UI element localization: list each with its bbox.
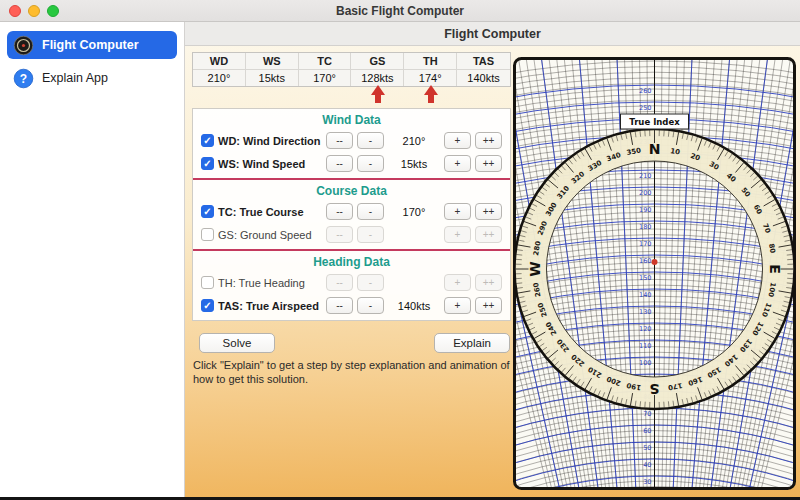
wd-increment2-button[interactable]: ++ <box>475 132 502 149</box>
section-course-data: Course Data <box>193 180 510 200</box>
th-checkbox[interactable] <box>201 276 214 289</box>
svg-text:60: 60 <box>643 427 651 435</box>
tas-increment-button[interactable]: + <box>444 297 471 314</box>
result-value-tc: 170° <box>299 70 352 86</box>
form-row-tas: ✓ TAS: True Airspeed -- - 140kts + ++ <box>193 294 510 317</box>
gs-decrement2-button[interactable]: -- <box>326 226 353 243</box>
gs-checkbox[interactable] <box>201 228 214 241</box>
gs-decrement-button[interactable]: - <box>357 226 384 243</box>
svg-text:260: 260 <box>639 87 651 95</box>
tc-decrement2-button[interactable]: -- <box>326 203 353 220</box>
form-row-th: TH: True Heading -- - + ++ <box>193 271 510 294</box>
svg-text:10: 10 <box>670 147 681 157</box>
wd-value: 210° <box>388 135 440 147</box>
svg-text:170: 170 <box>639 240 651 248</box>
wd-increment-button[interactable]: + <box>444 132 471 149</box>
tc-increment-button[interactable]: + <box>444 203 471 220</box>
svg-text:130: 130 <box>639 308 651 316</box>
wd-label: WD: Wind Direction <box>218 135 322 147</box>
svg-text:80: 80 <box>767 243 777 254</box>
wd-decrement2-button[interactable]: -- <box>326 132 353 149</box>
result-value-gs: 128kts <box>351 70 404 86</box>
tc-decrement-button[interactable]: - <box>357 203 384 220</box>
results-table: WD WS TC GS TH TAS 210° 15kts 170° 128kt… <box>192 52 511 87</box>
input-panel: Wind Data ✓ WD: Wind Direction -- - 210°… <box>192 108 511 321</box>
svg-text:E: E <box>767 264 783 274</box>
form-row-wd: ✓ WD: Wind Direction -- - 210° + ++ <box>193 129 510 152</box>
section-heading-data: Heading Data <box>193 251 510 271</box>
question-mark-icon: ? <box>13 68 34 89</box>
wd-decrement-button[interactable]: - <box>357 132 384 149</box>
window-title: Basic Flight Computer <box>336 4 464 18</box>
ws-checkbox[interactable]: ✓ <box>201 157 214 170</box>
sidebar-item-label: Explain App <box>42 71 108 85</box>
th-decrement-button[interactable]: - <box>357 274 384 291</box>
gs-increment-button[interactable]: + <box>444 226 471 243</box>
result-header-ws: WS <box>246 53 299 70</box>
zoom-button[interactable] <box>47 5 59 17</box>
svg-text:50: 50 <box>643 444 651 452</box>
solve-button[interactable]: Solve <box>199 333 275 353</box>
sidebar-item-label: Flight Computer <box>42 38 139 52</box>
result-header-wd: WD <box>193 53 246 70</box>
svg-text:70: 70 <box>643 410 651 418</box>
gs-label: GS: Ground Speed <box>218 229 322 241</box>
result-value-th: 174° <box>404 70 457 86</box>
sidebar-item-flight-computer[interactable]: Flight Computer <box>7 31 177 59</box>
explain-button[interactable]: Explain <box>434 333 510 353</box>
tc-checkbox[interactable]: ✓ <box>201 205 214 218</box>
tas-label: TAS: True Airspeed <box>218 300 322 312</box>
svg-text:180: 180 <box>639 223 651 231</box>
gs-increment2-button[interactable]: ++ <box>475 226 502 243</box>
tas-value: 140kts <box>388 300 440 312</box>
svg-text:120: 120 <box>639 325 651 333</box>
svg-text:210: 210 <box>639 172 651 180</box>
svg-text:190: 190 <box>639 206 651 214</box>
ws-decrement2-button[interactable]: -- <box>326 155 353 172</box>
explain-hint-text: Click "Explain" to get a step by step ex… <box>193 358 515 387</box>
svg-text:True Index: True Index <box>629 117 680 127</box>
minimize-button[interactable] <box>28 5 40 17</box>
form-row-gs: GS: Ground Speed -- - + ++ <box>193 223 510 246</box>
svg-text:S: S <box>649 381 659 397</box>
e6b-flight-computer-image: 2602502402302202102001901801701601501401… <box>513 57 796 490</box>
result-header-th: TH <box>404 53 457 70</box>
svg-text:N: N <box>649 141 661 157</box>
svg-text:110: 110 <box>639 342 651 350</box>
ws-label: WS: Wind Speed <box>218 158 322 170</box>
gs-result-arrow <box>371 85 385 95</box>
th-label: TH: True Heading <box>218 277 322 289</box>
th-increment2-button[interactable]: ++ <box>475 274 502 291</box>
main-panel: Flight Computer WD WS TC GS TH TAS 210° … <box>185 22 800 497</box>
section-wind-data: Wind Data <box>193 109 510 129</box>
tas-checkbox[interactable]: ✓ <box>201 299 214 312</box>
tc-value: 170° <box>388 206 440 218</box>
close-button[interactable] <box>9 5 21 17</box>
result-header-tas: TAS <box>457 53 510 70</box>
ws-increment2-button[interactable]: ++ <box>475 155 502 172</box>
th-increment-button[interactable]: + <box>444 274 471 291</box>
th-decrement2-button[interactable]: -- <box>326 274 353 291</box>
th-result-arrow <box>424 85 438 95</box>
svg-text:?: ? <box>20 72 27 86</box>
svg-text:W: W <box>527 261 543 276</box>
sidebar-item-explain-app[interactable]: ? Explain App <box>7 64 177 92</box>
svg-text:160: 160 <box>639 257 651 265</box>
ws-increment-button[interactable]: + <box>444 155 471 172</box>
title-bar: Basic Flight Computer <box>0 0 800 22</box>
ws-decrement-button[interactable]: - <box>357 155 384 172</box>
sidebar: Flight Computer ? Explain App <box>0 22 185 497</box>
ws-value: 15kts <box>388 158 440 170</box>
wd-checkbox[interactable]: ✓ <box>201 134 214 147</box>
form-row-tc: ✓ TC: True Course -- - 170° + ++ <box>193 200 510 223</box>
svg-text:140: 140 <box>639 291 651 299</box>
form-row-ws: ✓ WS: Wind Speed -- - 15kts + ++ <box>193 152 510 175</box>
tas-decrement2-button[interactable]: -- <box>326 297 353 314</box>
svg-text:30: 30 <box>643 478 651 486</box>
tas-decrement-button[interactable]: - <box>357 297 384 314</box>
tas-increment2-button[interactable]: ++ <box>475 297 502 314</box>
result-header-tc: TC <box>299 53 352 70</box>
tc-increment2-button[interactable]: ++ <box>475 203 502 220</box>
svg-text:200: 200 <box>639 189 651 197</box>
result-value-tas: 140kts <box>457 70 510 86</box>
